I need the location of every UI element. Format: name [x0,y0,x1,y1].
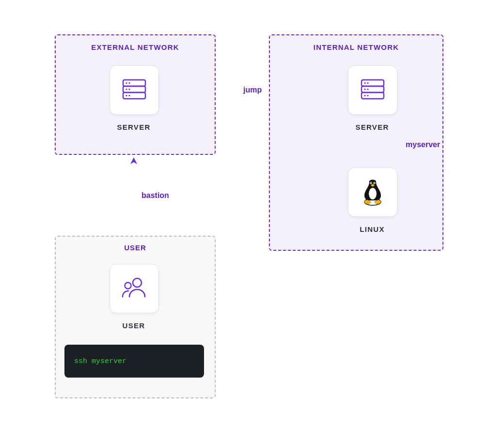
svg-point-17 [367,95,368,96]
terminal: ssh myserver [64,345,204,378]
svg-point-19 [369,188,377,199]
svg-point-15 [367,89,368,90]
server-icon [359,75,387,105]
diagram-stage: EXTERNAL NETWORK INTERNAL NETWORK USER S… [0,0,504,426]
server-icon [120,75,148,105]
external-server-card [110,65,159,115]
user-card-label: USER [95,321,173,330]
edge-label-myserver: myserver [406,140,440,149]
svg-point-3 [126,82,127,84]
linux-card [348,167,397,217]
external-server-label: SERVER [95,123,173,131]
linux-icon [360,177,386,208]
svg-point-24 [133,278,142,287]
svg-point-25 [125,283,131,289]
svg-point-16 [364,95,365,96]
users-icon [120,274,149,303]
linux-label: LINUX [333,225,411,233]
internal-server-label: SERVER [333,123,411,131]
internal-network-title: INTERNAL NETWORK [270,43,442,51]
svg-point-12 [364,82,365,84]
svg-point-22 [370,183,371,183]
internal-server-card [348,65,397,115]
svg-point-14 [364,89,365,90]
external-network-title: EXTERNAL NETWORK [56,43,215,51]
svg-point-4 [128,82,130,84]
svg-point-7 [126,95,127,96]
svg-point-13 [367,82,368,84]
user-zone-title: USER [56,243,215,252]
svg-point-8 [128,95,130,96]
svg-point-6 [128,89,130,90]
user-card [110,264,159,313]
edge-label-bastion: bastion [142,191,169,200]
svg-point-23 [374,183,375,183]
edge-label-jump: jump [240,86,265,94]
terminal-command: ssh myserver [74,357,126,365]
svg-point-5 [126,89,127,90]
